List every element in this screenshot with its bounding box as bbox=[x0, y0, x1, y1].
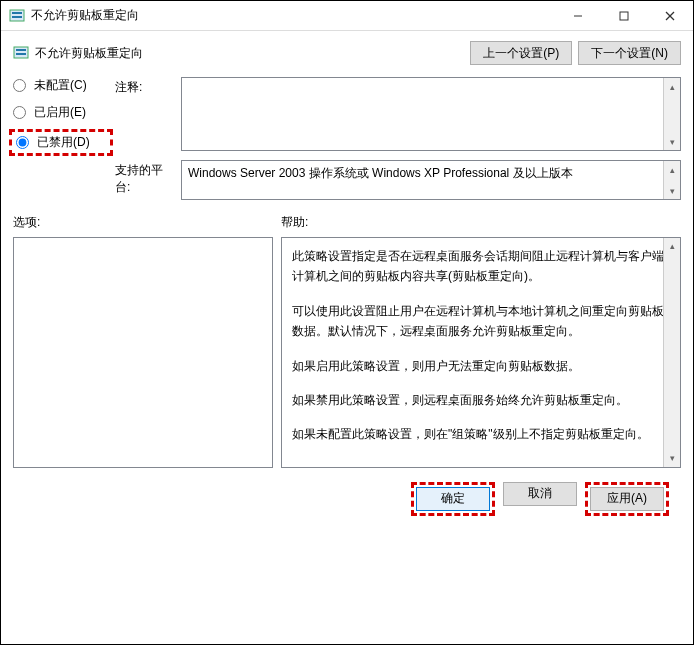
radio-not-configured-input[interactable] bbox=[13, 79, 26, 92]
window-title: 不允许剪贴板重定向 bbox=[31, 7, 555, 24]
help-panel: 此策略设置指定是否在远程桌面服务会话期间阻止远程计算机与客户端计算机之间的剪贴板… bbox=[281, 237, 681, 468]
radio-enabled-label: 已启用(E) bbox=[34, 104, 86, 121]
scroll-down-icon[interactable]: ▾ bbox=[664, 182, 680, 199]
svg-rect-4 bbox=[620, 12, 628, 20]
radio-disabled[interactable]: 已禁用(D) bbox=[16, 134, 90, 151]
help-scrollbar[interactable]: ▴ ▾ bbox=[663, 238, 680, 467]
cancel-button[interactable]: 取消 bbox=[503, 482, 577, 506]
scroll-up-icon[interactable]: ▴ bbox=[664, 238, 680, 255]
titlebar: 不允许剪贴板重定向 bbox=[1, 1, 693, 31]
scroll-up-icon[interactable]: ▴ bbox=[664, 78, 680, 95]
highlight-apply: 应用(A) bbox=[585, 482, 669, 516]
dialog-footer: 确定 取消 应用(A) bbox=[13, 472, 681, 516]
options-label: 选项: bbox=[13, 214, 273, 231]
next-setting-button[interactable]: 下一个设置(N) bbox=[578, 41, 681, 65]
help-label: 帮助: bbox=[281, 214, 681, 231]
radio-enabled[interactable]: 已启用(E) bbox=[13, 104, 109, 121]
comment-label: 注释: bbox=[115, 77, 175, 96]
policy-subtitle: 不允许剪贴板重定向 bbox=[13, 45, 464, 62]
subtitle-text: 不允许剪贴板重定向 bbox=[35, 45, 143, 62]
svg-rect-2 bbox=[12, 16, 22, 18]
supported-label: 支持的平台: bbox=[115, 160, 175, 196]
help-paragraph: 如果启用此策略设置，则用户无法重定向剪贴板数据。 bbox=[292, 356, 670, 376]
highlight-ok: 确定 bbox=[411, 482, 495, 516]
highlight-disabled: 已禁用(D) bbox=[9, 129, 113, 156]
svg-rect-1 bbox=[12, 12, 22, 14]
minimize-button[interactable] bbox=[555, 1, 601, 31]
radio-disabled-label: 已禁用(D) bbox=[37, 134, 90, 151]
comment-textbox[interactable]: ▴ ▾ bbox=[181, 77, 681, 151]
svg-rect-7 bbox=[14, 47, 28, 58]
radio-not-configured[interactable]: 未配置(C) bbox=[13, 77, 109, 94]
state-radios: 未配置(C) 已启用(E) 已禁用(D) bbox=[13, 77, 109, 154]
svg-rect-0 bbox=[10, 10, 24, 21]
svg-rect-8 bbox=[16, 49, 26, 51]
apply-button[interactable]: 应用(A) bbox=[590, 487, 664, 511]
app-icon bbox=[13, 45, 29, 61]
radio-enabled-input[interactable] bbox=[13, 106, 26, 119]
svg-rect-9 bbox=[16, 53, 26, 55]
scroll-down-icon[interactable]: ▾ bbox=[664, 133, 680, 150]
supported-scrollbar[interactable]: ▴ ▾ bbox=[663, 161, 680, 199]
close-button[interactable] bbox=[647, 1, 693, 31]
scroll-up-icon[interactable]: ▴ bbox=[664, 161, 680, 178]
supported-textbox: Windows Server 2003 操作系统或 Windows XP Pro… bbox=[181, 160, 681, 200]
help-paragraph: 可以使用此设置阻止用户在远程计算机与本地计算机之间重定向剪贴板数据。默认情况下，… bbox=[292, 301, 670, 342]
help-paragraph: 此策略设置指定是否在远程桌面服务会话期间阻止远程计算机与客户端计算机之间的剪贴板… bbox=[292, 246, 670, 287]
comment-scrollbar[interactable]: ▴ ▾ bbox=[663, 78, 680, 150]
maximize-button[interactable] bbox=[601, 1, 647, 31]
previous-setting-button[interactable]: 上一个设置(P) bbox=[470, 41, 572, 65]
options-panel bbox=[13, 237, 273, 468]
radio-disabled-input[interactable] bbox=[16, 136, 29, 149]
help-paragraph: 如果未配置此策略设置，则在"组策略"级别上不指定剪贴板重定向。 bbox=[292, 424, 670, 444]
app-icon bbox=[9, 8, 25, 24]
supported-value: Windows Server 2003 操作系统或 Windows XP Pro… bbox=[188, 166, 573, 180]
ok-button[interactable]: 确定 bbox=[416, 487, 490, 511]
scroll-down-icon[interactable]: ▾ bbox=[664, 450, 680, 467]
radio-not-configured-label: 未配置(C) bbox=[34, 77, 87, 94]
help-paragraph: 如果禁用此策略设置，则远程桌面服务始终允许剪贴板重定向。 bbox=[292, 390, 670, 410]
